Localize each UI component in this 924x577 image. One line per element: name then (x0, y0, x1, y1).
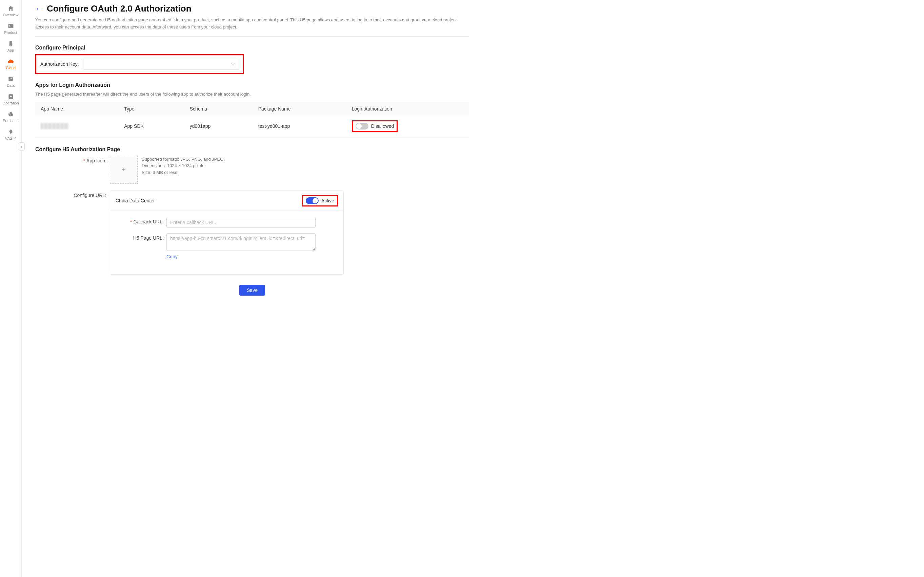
login-auth-highlight: Disallowed (352, 120, 398, 132)
active-toggle[interactable] (306, 197, 319, 204)
cell-app-name (35, 116, 119, 137)
url-card: China Data Center Active *Callback URL: … (110, 190, 344, 275)
url-card-title: China Data Center (116, 198, 155, 203)
home-icon (7, 5, 14, 12)
app-icon-upload[interactable]: + (110, 156, 138, 184)
h5-url-label: H5 Page URL: (116, 233, 166, 241)
section-title-h5: Configure H5 Authorization Page (35, 147, 924, 153)
auth-key-label: Authorization Key: (40, 61, 79, 67)
auth-key-highlight: Authorization Key: (35, 54, 244, 74)
save-button[interactable]: Save (239, 285, 265, 296)
section-title-principal: Configure Principal (35, 45, 924, 51)
sidebar-item-label: Cloud (6, 66, 16, 70)
sidebar-item-app[interactable]: App (0, 38, 21, 56)
chart-icon (7, 75, 14, 83)
terminal-icon (7, 23, 14, 30)
col-login-auth: Login Authorization (346, 102, 469, 116)
app-icon-label: *App Icon: (35, 156, 110, 163)
table-row: App SDK yd001app test-yd001-app Disallow… (35, 116, 469, 137)
sidebar-expand-toggle[interactable]: ▸ (19, 142, 25, 150)
cell-type: App SDK (119, 116, 184, 137)
login-auth-toggle[interactable] (356, 123, 369, 129)
auth-key-select[interactable] (83, 59, 239, 69)
diamond-icon (7, 128, 14, 135)
hint-line: Supported formats: JPG, PNG, and JPEG. (142, 156, 225, 163)
sidebar-item-label: VAS ↗ (5, 136, 16, 141)
col-package-name: Package Name (253, 102, 346, 116)
sidebar-item-label: Product (5, 31, 17, 35)
sidebar-item-label: Purchase (3, 119, 18, 123)
copy-link[interactable]: Copy (166, 254, 178, 259)
page-title: Configure OAuth 2.0 Authorization (47, 3, 192, 14)
hint-line: Dimensions: 1024 × 1024 pixels. (142, 163, 225, 169)
divider (35, 36, 469, 37)
cell-schema: yd001app (184, 116, 253, 137)
page-description: You can configure and generate an H5 aut… (35, 17, 462, 31)
col-schema: Schema (184, 102, 253, 116)
cloud-icon (7, 58, 14, 65)
sidebar-item-purchase[interactable]: Purchase (0, 108, 21, 126)
main-content: ← Configure OAuth 2.0 Authorization You … (22, 0, 924, 577)
sidebar-item-label: App (8, 48, 14, 52)
cell-package-name: test-yd001-app (253, 116, 346, 137)
h5-url-textarea[interactable] (166, 233, 316, 251)
login-auth-label: Disallowed (371, 123, 394, 129)
back-arrow-icon[interactable]: ← (35, 5, 43, 13)
col-type: Type (119, 102, 184, 116)
redacted-app-name (41, 123, 68, 129)
section-title-apps: Apps for Login Authorization (35, 82, 924, 88)
plus-icon: + (122, 166, 126, 173)
sidebar-item-operation[interactable]: Operation (0, 91, 21, 108)
sidebar-item-product[interactable]: Product (0, 20, 21, 38)
callback-url-label: *Callback URL: (116, 217, 166, 224)
star-icon (7, 93, 14, 100)
col-app-name: App Name (35, 102, 119, 116)
sidebar-item-overview[interactable]: Overview (0, 3, 21, 20)
active-label: Active (321, 198, 334, 203)
callback-url-input[interactable] (166, 217, 316, 228)
cell-login-auth: Disallowed (346, 116, 469, 137)
sidebar-item-data[interactable]: Data (0, 73, 21, 91)
sidebar-item-label: Data (7, 84, 14, 87)
sidebar: Overview Product App Cloud Data (0, 0, 22, 577)
phone-icon (7, 40, 14, 47)
sidebar-item-cloud[interactable]: Cloud (0, 56, 21, 73)
app-icon-hints: Supported formats: JPG, PNG, and JPEG. D… (142, 156, 225, 176)
svg-point-2 (11, 45, 11, 46)
active-highlight: Active (302, 195, 338, 206)
configure-url-label: Configure URL: (35, 190, 110, 198)
svg-rect-0 (8, 24, 13, 28)
apps-subtext: The H5 page generated thereafter will di… (35, 92, 924, 97)
apps-table: App Name Type Schema Package Name Login … (35, 102, 469, 137)
hint-line: Size: 3 MB or less. (142, 169, 225, 176)
box-icon (7, 111, 14, 118)
sidebar-item-label: Overview (3, 13, 19, 17)
chevron-right-icon: ▸ (21, 145, 23, 148)
sidebar-item-label: Operation (2, 101, 19, 105)
sidebar-item-vas[interactable]: VAS ↗ (0, 126, 21, 144)
